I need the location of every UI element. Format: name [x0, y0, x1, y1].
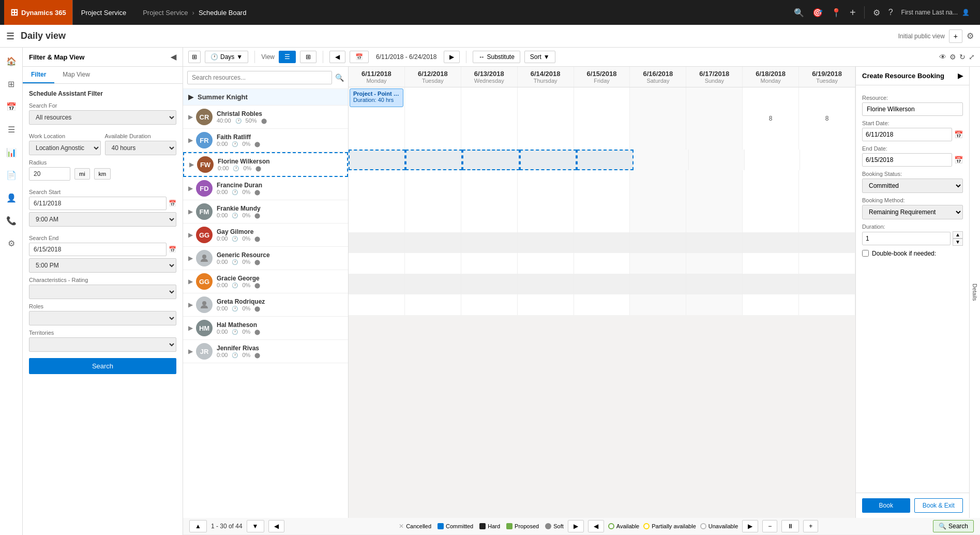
sort-button[interactable]: Sort ▼ — [524, 51, 555, 63]
next-page-button[interactable]: ▶ — [568, 520, 584, 532]
start-date-cal-icon[interactable]: 📅 — [954, 130, 963, 139]
cal-cell-gray[interactable] — [518, 274, 574, 294]
cal-cell[interactable] — [461, 294, 518, 315]
cal-cell-gray[interactable] — [405, 274, 461, 294]
cal-cell[interactable] — [405, 108, 461, 129]
resource-item[interactable]: ▶ GG Gracie George 0:00🕐0%⬤ — [183, 270, 348, 293]
search-end-time[interactable]: 5:00 PM — [29, 258, 176, 273]
book-button[interactable]: Book — [862, 498, 910, 513]
cal-cell[interactable] — [799, 253, 855, 274]
prev-date-button[interactable]: ◀ — [329, 51, 345, 63]
details-tab[interactable]: Details — [969, 67, 980, 518]
duration-down-button[interactable]: ▼ — [953, 239, 963, 246]
work-location-select[interactable]: Location Agnostic — [29, 141, 101, 155]
cal-cell-num[interactable]: 8 — [799, 108, 855, 129]
booking-method-select[interactable]: Remaining Requirement — [862, 205, 963, 219]
avail-duration-select[interactable]: 40 hours — [105, 141, 177, 155]
cal-cell-florine-wed[interactable] — [462, 150, 519, 170]
cal-cell[interactable] — [461, 170, 518, 191]
cal-cell[interactable] — [574, 253, 630, 274]
booking-block[interactable]: Project - Point of Sale Implementation -… — [350, 88, 403, 107]
sidebar-icon-chart[interactable]: 📊 — [2, 143, 21, 161]
cal-cell-gray[interactable] — [405, 232, 461, 253]
resource-expand-icon[interactable]: ▶ — [188, 255, 193, 262]
cal-cell[interactable] — [349, 294, 405, 315]
cal-cell-florine-fri[interactable] — [577, 150, 634, 170]
resource-item-gay-gilmore[interactable]: ▶ GG Gay Gilmore 0:00🕐0%⬤ — [183, 224, 348, 247]
tab-filter[interactable]: Filter — [23, 67, 54, 83]
cal-cell[interactable] — [574, 191, 630, 212]
add-view-button[interactable]: + — [949, 29, 962, 43]
cal-cell[interactable] — [405, 294, 461, 315]
cal-cell[interactable] — [461, 191, 518, 212]
cal-cell-num[interactable]: 8 — [743, 108, 799, 129]
search-end-cal-icon[interactable]: 📅 — [169, 246, 176, 253]
cal-cell-gray[interactable] — [686, 274, 743, 294]
cal-cell[interactable] — [743, 191, 799, 212]
cal-cell-gray[interactable] — [630, 232, 686, 253]
cal-cell-weekend[interactable] — [630, 87, 686, 108]
cal-cell-gray[interactable] — [686, 232, 743, 253]
settings-button[interactable]: ⚙ — [967, 31, 974, 41]
resource-input[interactable] — [862, 102, 963, 116]
cal-cell-gray[interactable] — [799, 232, 855, 253]
cal-cell-gray[interactable] — [630, 274, 686, 294]
expand-icon[interactable]: ⤢ — [969, 53, 975, 61]
end-date-input[interactable] — [862, 153, 952, 167]
cal-cell-weekend[interactable] — [630, 129, 686, 150]
double-book-checkbox[interactable] — [862, 250, 869, 257]
sidebar-icon-settings[interactable]: ⚙ — [2, 234, 21, 252]
resource-search-icon[interactable]: 🔍 — [335, 73, 344, 82]
zoom-out-button[interactable]: − — [762, 520, 777, 532]
cal-cell-weekend[interactable] — [686, 294, 743, 315]
cal-cell[interactable] — [799, 87, 855, 108]
resource-expand-icon[interactable]: ▶ — [188, 208, 193, 215]
resource-expand-icon[interactable]: ▶ — [188, 185, 193, 192]
cal-cell-weekend[interactable] — [686, 170, 743, 191]
hamburger-menu[interactable]: ☰ — [6, 31, 14, 42]
cal-cell-weekend[interactable] — [686, 253, 743, 274]
calendar-icon-button[interactable]: 📅 — [350, 51, 369, 63]
search-start-time[interactable]: 9:00 AM — [29, 212, 176, 227]
cal-cell-weekend[interactable] — [630, 108, 686, 129]
cal-cell-weekend[interactable] — [630, 191, 686, 212]
cal-cell-gray[interactable] — [349, 232, 405, 253]
cal-cell[interactable] — [349, 212, 405, 232]
cal-cell[interactable] — [349, 191, 405, 212]
sidebar-icon-home[interactable]: 🏠 — [2, 52, 21, 70]
cal-cell[interactable] — [799, 170, 855, 191]
cal-cell[interactable] — [743, 129, 799, 150]
book-exit-button[interactable]: Book & Exit — [914, 498, 963, 513]
cal-cell-gray[interactable] — [743, 274, 799, 294]
resource-item[interactable]: ▶ FD Francine Duran 0:00🕐0%⬤ — [183, 177, 348, 200]
user-profile[interactable]: First name Last na... 👤 — [901, 9, 970, 16]
sidebar-icon-list[interactable]: ☰ — [2, 120, 21, 139]
cal-cell[interactable] — [743, 87, 799, 108]
end-date-cal-icon[interactable]: 📅 — [954, 156, 963, 164]
grid-view-button[interactable]: ⊞ — [300, 51, 316, 63]
cal-cell[interactable] — [574, 170, 630, 191]
cal-cell[interactable] — [518, 170, 574, 191]
sidebar-icon-doc[interactable]: 📄 — [2, 166, 21, 184]
cal-cell-gray[interactable] — [574, 232, 630, 253]
resource-expand-icon[interactable]: ▶ — [188, 278, 193, 285]
cal-cell[interactable] — [574, 108, 630, 129]
cal-cell-weekend[interactable] — [630, 212, 686, 232]
cal-cell-gray[interactable] — [461, 274, 518, 294]
list-view-button[interactable]: ☰ — [279, 51, 296, 63]
resource-item[interactable]: ▶ FR Faith Ratliff 0:00🕐0%⬤ — [183, 129, 348, 152]
cal-cell-weekend[interactable] — [686, 108, 743, 129]
radius-km-button[interactable]: km — [94, 168, 111, 180]
resource-expand-icon[interactable]: ▶ — [189, 161, 194, 168]
cal-cell[interactable] — [799, 212, 855, 232]
cal-cell[interactable] — [574, 129, 630, 150]
cal-cell-weekend[interactable] — [686, 87, 743, 108]
cal-cell-florine-thu[interactable] — [520, 150, 577, 170]
substitute-button[interactable]: ↔ Substitute — [473, 51, 520, 63]
cal-cell[interactable] — [743, 253, 799, 274]
cal-cell-weekend[interactable] — [686, 129, 743, 150]
start-date-input[interactable] — [862, 128, 952, 141]
search-start-cal-icon[interactable]: 📅 — [169, 200, 176, 207]
cal-cell[interactable] — [745, 150, 800, 170]
search-button[interactable]: Search — [29, 358, 176, 374]
